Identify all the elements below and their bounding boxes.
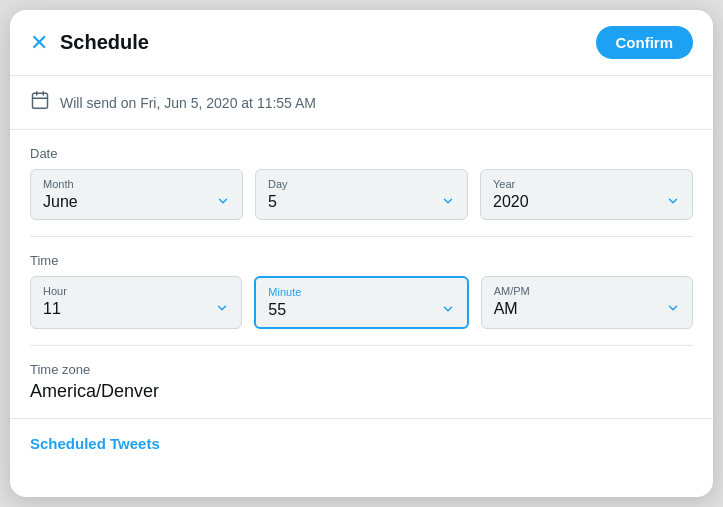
year-field-label: Year [493, 178, 680, 191]
schedule-info-row: Will send on Fri, Jun 5, 2020 at 11:55 A… [10, 76, 713, 130]
year-value: 2020 [493, 193, 529, 211]
time-label: Time [30, 253, 693, 268]
schedule-info-text: Will send on Fri, Jun 5, 2020 at 11:55 A… [60, 95, 316, 111]
date-label: Date [30, 146, 693, 161]
day-dropdown-row: 5 [268, 193, 455, 211]
time-dropdowns-row: Hour 11 Minute 55 [30, 276, 693, 329]
header-left: ✕ Schedule [30, 31, 149, 54]
minute-dropdown-row: 55 [268, 301, 454, 319]
month-chevron-icon [216, 194, 230, 211]
day-value: 5 [268, 193, 277, 211]
modal-header: ✕ Schedule Confirm [10, 10, 713, 76]
confirm-button[interactable]: Confirm [596, 26, 694, 59]
month-value: June [43, 193, 78, 211]
minute-field-label: Minute [268, 286, 454, 299]
footer: Scheduled Tweets [10, 418, 713, 469]
minute-dropdown[interactable]: Minute 55 [254, 276, 468, 329]
year-dropdown[interactable]: Year 2020 [480, 169, 693, 220]
schedule-modal: ✕ Schedule Confirm Will send on Fri, Jun… [10, 10, 713, 497]
ampm-dropdown[interactable]: AM/PM AM [481, 276, 693, 329]
day-chevron-icon [441, 194, 455, 211]
day-field-label: Day [268, 178, 455, 191]
day-dropdown[interactable]: Day 5 [255, 169, 468, 220]
year-chevron-icon [666, 194, 680, 211]
minute-value: 55 [268, 301, 286, 319]
timezone-value: America/Denver [30, 381, 693, 402]
hour-value: 11 [43, 300, 61, 318]
hour-dropdown-row: 11 [43, 300, 229, 318]
minute-chevron-icon [441, 302, 455, 319]
close-icon: ✕ [30, 32, 48, 54]
year-dropdown-row: 2020 [493, 193, 680, 211]
calendar-icon [30, 90, 50, 115]
date-dropdowns-row: Month June Day 5 [30, 169, 693, 220]
month-dropdown[interactable]: Month June [30, 169, 243, 220]
time-section: Time Hour 11 Minute 55 [10, 237, 713, 345]
timezone-label: Time zone [30, 362, 693, 377]
hour-dropdown[interactable]: Hour 11 [30, 276, 242, 329]
timezone-section: Time zone America/Denver [10, 346, 713, 418]
close-button[interactable]: ✕ [30, 32, 48, 54]
svg-rect-0 [33, 93, 48, 108]
ampm-value: AM [494, 300, 518, 318]
ampm-dropdown-row: AM [494, 300, 680, 318]
scheduled-tweets-link[interactable]: Scheduled Tweets [30, 435, 160, 452]
ampm-chevron-icon [666, 301, 680, 318]
hour-field-label: Hour [43, 285, 229, 298]
month-dropdown-row: June [43, 193, 230, 211]
modal-title: Schedule [60, 31, 149, 54]
date-section: Date Month June Day 5 [10, 130, 713, 236]
hour-chevron-icon [215, 301, 229, 318]
month-field-label: Month [43, 178, 230, 191]
ampm-field-label: AM/PM [494, 285, 680, 298]
